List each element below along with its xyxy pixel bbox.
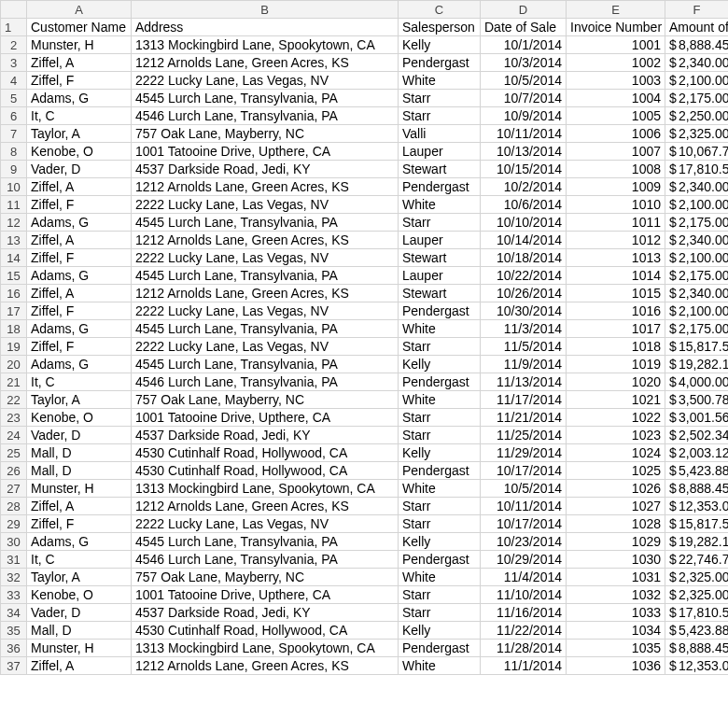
cell-invoice[interactable]: 1030 (567, 551, 665, 569)
table-row[interactable]: 32Taylor, A757 Oak Lane, Mayberry, NCWhi… (1, 569, 729, 586)
cell-invoice-header[interactable]: Invoice Number (567, 19, 665, 36)
cell-address[interactable]: 2222 Lucky Lane, Las Vegas, NV (132, 196, 399, 214)
cell-customer[interactable]: It, C (27, 551, 132, 569)
row-header[interactable]: 27 (1, 480, 27, 498)
cell-date[interactable]: 11/28/2014 (481, 640, 567, 657)
cell-customer[interactable]: Vader, D (27, 427, 132, 444)
cell-amount[interactable]: $12,353.02 (665, 498, 729, 515)
cell-invoice[interactable]: 1024 (567, 444, 665, 462)
cell-amount[interactable]: $2,100.00 (665, 72, 729, 90)
cell-invoice[interactable]: 1029 (567, 533, 665, 551)
cell-customer[interactable]: Ziffel, A (27, 178, 132, 196)
cell-invoice[interactable]: 1018 (567, 338, 665, 356)
table-row[interactable]: 6It, C4546 Lurch Lane, Transylvania, PAS… (1, 107, 729, 125)
cell-amount[interactable]: $2,175.00 (665, 214, 729, 232)
cell-amount[interactable]: $2,175.00 (665, 90, 729, 107)
row-header[interactable]: 3 (1, 54, 27, 72)
cell-amount-header[interactable]: Amount of Sale (665, 19, 729, 36)
cell-customer[interactable]: Adams, G (27, 356, 132, 373)
table-row[interactable]: 11Ziffel, F2222 Lucky Lane, Las Vegas, N… (1, 196, 729, 214)
cell-amount[interactable]: $17,810.56 (665, 604, 729, 622)
table-row[interactable]: 17Ziffel, F2222 Lucky Lane, Las Vegas, N… (1, 302, 729, 320)
cell-address[interactable]: 1212 Arnolds Lane, Green Acres, KS (132, 657, 399, 675)
cell-address[interactable]: 2222 Lucky Lane, Las Vegas, NV (132, 249, 399, 267)
cell-customer[interactable]: Mall, D (27, 622, 132, 640)
cell-date[interactable]: 11/29/2014 (481, 444, 567, 462)
cell-customer[interactable]: Vader, D (27, 604, 132, 622)
cell-amount[interactable]: $3,001.56 (665, 409, 729, 427)
cell-amount[interactable]: $5,423.88 (665, 622, 729, 640)
cell-customer[interactable]: Ziffel, F (27, 196, 132, 214)
table-row[interactable]: 23Kenobe, O1001 Tatooine Drive, Upthere,… (1, 409, 729, 427)
cell-amount[interactable]: $2,250.00 (665, 107, 729, 125)
table-row[interactable]: 35Mall, D4530 Cutinhalf Road, Hollywood,… (1, 622, 729, 640)
cell-address[interactable]: 4546 Lurch Lane, Transylvania, PA (132, 373, 399, 391)
table-row[interactable]: 2Munster, H1313 Mockingbird Lane, Spooky… (1, 36, 729, 54)
table-row[interactable]: 37Ziffel, A1212 Arnolds Lane, Green Acre… (1, 657, 729, 675)
cell-salesperson[interactable]: Pendergast (399, 54, 481, 72)
cell-invoice[interactable]: 1015 (567, 285, 665, 302)
cell-invoice[interactable]: 1005 (567, 107, 665, 125)
cell-address-header[interactable]: Address (132, 19, 399, 36)
cell-salesperson[interactable]: White (399, 569, 481, 586)
cell-date[interactable]: 10/26/2014 (481, 285, 567, 302)
cell-invoice[interactable]: 1002 (567, 54, 665, 72)
cell-customer[interactable]: Ziffel, F (27, 72, 132, 90)
cell-customer[interactable]: Adams, G (27, 90, 132, 107)
row-header[interactable]: 5 (1, 90, 27, 107)
cell-salesperson[interactable]: Starr (399, 107, 481, 125)
cell-salesperson[interactable]: Kelly (399, 36, 481, 54)
col-header-A[interactable]: A (27, 1, 132, 19)
cell-customer[interactable]: Ziffel, A (27, 657, 132, 675)
cell-address[interactable]: 4546 Lurch Lane, Transylvania, PA (132, 107, 399, 125)
table-row[interactable]: 12Adams, G4545 Lurch Lane, Transylvania,… (1, 214, 729, 232)
row-header[interactable]: 26 (1, 462, 27, 480)
cell-customer[interactable]: Ziffel, F (27, 338, 132, 356)
cell-customer[interactable]: Mall, D (27, 444, 132, 462)
cell-address[interactable]: 4537 Darkside Road, Jedi, KY (132, 427, 399, 444)
cell-amount[interactable]: $2,100.00 (665, 249, 729, 267)
cell-salesperson[interactable]: Stewart (399, 285, 481, 302)
table-row[interactable]: 28Ziffel, A1212 Arnolds Lane, Green Acre… (1, 498, 729, 515)
table-row[interactable]: 5Adams, G4545 Lurch Lane, Transylvania, … (1, 90, 729, 107)
cell-invoice[interactable]: 1010 (567, 196, 665, 214)
cell-address[interactable]: 1212 Arnolds Lane, Green Acres, KS (132, 232, 399, 249)
cell-address[interactable]: 757 Oak Lane, Mayberry, NC (132, 391, 399, 409)
cell-address[interactable]: 1313 Mockingbird Lane, Spookytown, CA (132, 480, 399, 498)
cell-invoice[interactable]: 1020 (567, 373, 665, 391)
cell-invoice[interactable]: 1009 (567, 178, 665, 196)
cell-salesperson-header[interactable]: Salesperson (399, 19, 481, 36)
row-header[interactable]: 14 (1, 249, 27, 267)
table-row[interactable]: 30Adams, G4545 Lurch Lane, Transylvania,… (1, 533, 729, 551)
table-row[interactable]: 3Ziffel, A1212 Arnolds Lane, Green Acres… (1, 54, 729, 72)
table-row[interactable]: 18Adams, G4545 Lurch Lane, Transylvania,… (1, 320, 729, 338)
cell-salesperson[interactable]: Pendergast (399, 178, 481, 196)
table-row[interactable]: 22Taylor, A757 Oak Lane, Mayberry, NCWhi… (1, 391, 729, 409)
cell-invoice[interactable]: 1021 (567, 391, 665, 409)
cell-amount[interactable]: $2,502.34 (665, 427, 729, 444)
cell-invoice[interactable]: 1007 (567, 143, 665, 161)
cell-date[interactable]: 10/5/2014 (481, 480, 567, 498)
cell-amount[interactable]: $2,175.00 (665, 320, 729, 338)
cell-salesperson[interactable]: White (399, 657, 481, 675)
row-header[interactable]: 18 (1, 320, 27, 338)
cell-address[interactable]: 2222 Lucky Lane, Las Vegas, NV (132, 515, 399, 533)
cell-amount[interactable]: $2,340.00 (665, 232, 729, 249)
cell-salesperson[interactable]: Pendergast (399, 302, 481, 320)
cell-amount[interactable]: $2,325.00 (665, 586, 729, 604)
cell-amount[interactable]: $2,340.00 (665, 178, 729, 196)
cell-invoice[interactable]: 1036 (567, 657, 665, 675)
table-row[interactable]: 25Mall, D4530 Cutinhalf Road, Hollywood,… (1, 444, 729, 462)
row-header[interactable]: 6 (1, 107, 27, 125)
cell-invoice[interactable]: 1022 (567, 409, 665, 427)
row-header[interactable]: 10 (1, 178, 27, 196)
table-row[interactable]: 34Vader, D4537 Darkside Road, Jedi, KYSt… (1, 604, 729, 622)
cell-date[interactable]: 10/7/2014 (481, 90, 567, 107)
cell-salesperson[interactable]: Pendergast (399, 373, 481, 391)
cell-amount[interactable]: $8,888.45 (665, 640, 729, 657)
cell-salesperson[interactable]: Starr (399, 498, 481, 515)
cell-salesperson[interactable]: Starr (399, 90, 481, 107)
cell-address[interactable]: 2222 Lucky Lane, Las Vegas, NV (132, 302, 399, 320)
cell-invoice[interactable]: 1033 (567, 604, 665, 622)
col-header-B[interactable]: B (132, 1, 399, 19)
